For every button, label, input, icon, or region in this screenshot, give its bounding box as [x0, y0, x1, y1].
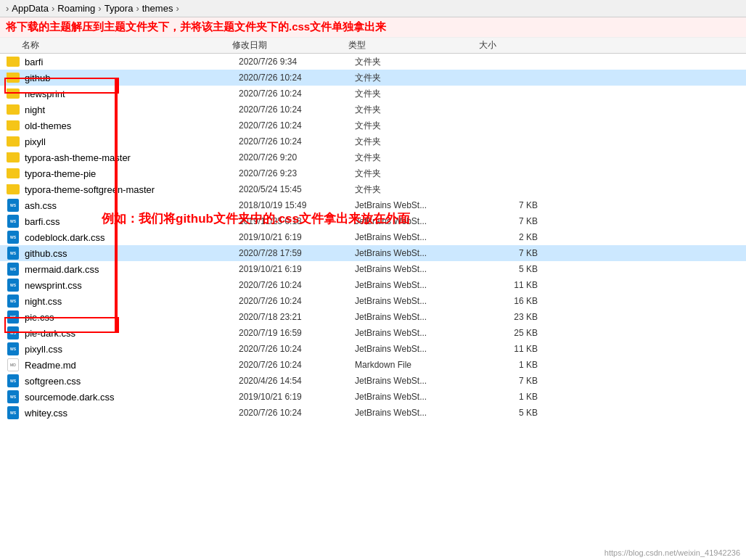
file-list: barfi2020/7/26 9:34文件夹github2020/7/26 10…	[0, 54, 746, 556]
css-file-icon: WS	[6, 374, 20, 387]
file-type: JetBrains WebSt...	[355, 408, 485, 418]
file-date: 2020/7/26 10:24	[239, 360, 355, 370]
file-date: 2020/4/26 14:54	[239, 376, 355, 386]
breadcrumb: › AppData › Roaming › Typora › themes ›	[0, 0, 746, 17]
file-type: 文件夹	[355, 168, 485, 180]
css-file-icon: WS	[6, 295, 20, 308]
list-item[interactable]: WSpie-dark.css2020/7/19 16:59JetBrains W…	[0, 325, 746, 341]
file-name: sourcemode.dark.css	[25, 392, 239, 403]
folder-icon	[6, 55, 20, 68]
file-name: codeblock.dark.css	[25, 232, 239, 243]
file-date: 2020/7/28 17:59	[239, 248, 355, 258]
file-type: 文件夹	[355, 152, 485, 164]
file-size: 23 KB	[485, 312, 544, 322]
file-type: 文件夹	[355, 184, 485, 196]
annotation-top: 将下载的主题解压到主题文件夹下，并将该主题文件夹下的.css文件单独拿出来	[0, 17, 746, 38]
list-item[interactable]: pixyll2020/7/26 10:24文件夹	[0, 133, 746, 149]
file-name: github.css	[25, 248, 239, 259]
list-item[interactable]: WSash.css2018/10/19 15:49JetBrains WebSt…	[0, 197, 746, 213]
md-file-icon: MD	[6, 358, 20, 371]
file-date: 2020/7/26 10:24	[239, 296, 355, 306]
file-name: typora-ash-theme-master	[25, 152, 239, 163]
file-name: typora-theme-pie	[25, 168, 239, 179]
file-size: 7 KB	[485, 216, 544, 226]
list-item[interactable]: night2020/7/26 10:24文件夹	[0, 102, 746, 118]
folder-icon	[6, 103, 20, 116]
list-item[interactable]: barfi2020/7/26 9:34文件夹	[0, 54, 746, 70]
file-type: 文件夹	[355, 88, 485, 100]
css-file-icon: WS	[6, 406, 20, 419]
list-item[interactable]: WSgithub.css2020/7/28 17:59JetBrains Web…	[0, 245, 746, 261]
list-item[interactable]: WSpie.css2020/7/18 23:21JetBrains WebSt.…	[0, 309, 746, 325]
css-file-icon: WS	[6, 342, 20, 355]
file-name: night	[25, 104, 239, 115]
list-item[interactable]: WSwhitey.css2020/7/26 10:24JetBrains Web…	[0, 405, 746, 421]
file-date: 2020/7/26 9:23	[239, 168, 355, 178]
file-date: 2019/10/21 6:19	[239, 392, 355, 402]
file-name: softgreen.css	[25, 376, 239, 387]
file-type: JetBrains WebSt...	[355, 344, 485, 354]
list-item[interactable]: WSsourcemode.dark.css2019/10/21 6:19JetB…	[0, 389, 746, 405]
file-date: 2020/7/26 10:24	[239, 344, 355, 354]
file-size: 5 KB	[485, 408, 544, 418]
css-file-icon: WS	[6, 263, 20, 276]
list-item[interactable]: WSsoftgreen.css2020/4/26 14:54JetBrains …	[0, 373, 746, 389]
file-type: 文件夹	[355, 120, 485, 132]
breadcrumb-roaming[interactable]: Roaming	[57, 3, 95, 14]
file-type: JetBrains WebSt...	[355, 280, 485, 290]
col-header-name: 名称	[0, 39, 232, 52]
file-name: old-themes	[25, 120, 239, 131]
file-type: 文件夹	[355, 72, 485, 84]
file-name: pixyll	[25, 136, 239, 147]
file-date: 2020/7/18 23:21	[239, 312, 355, 322]
file-name: barfi	[25, 57, 239, 67]
file-size: 1 KB	[485, 360, 544, 370]
col-header-date: 修改日期	[232, 39, 348, 52]
file-name: Readme.md	[25, 360, 239, 371]
folder-icon	[6, 87, 20, 100]
file-date: 2020/7/26 10:24	[239, 408, 355, 418]
css-file-icon: WS	[6, 199, 20, 212]
list-item[interactable]: newsprint2020/7/26 10:24文件夹	[0, 86, 746, 102]
breadcrumb-typora[interactable]: Typora	[104, 3, 134, 14]
file-size: 11 KB	[485, 344, 544, 354]
list-item[interactable]: WSbarfi.css2019/11/25 0:18JetBrains WebS…	[0, 213, 746, 229]
file-date: 2020/7/26 10:24	[239, 73, 355, 83]
file-name: ash.css	[25, 200, 239, 211]
file-size: 7 KB	[485, 200, 544, 210]
col-header-size: 大小	[479, 39, 537, 52]
file-size: 16 KB	[485, 296, 544, 306]
css-file-icon: WS	[6, 247, 20, 260]
file-name: mermaid.dark.css	[25, 264, 239, 275]
file-name: night.css	[25, 296, 239, 307]
file-date: 2020/7/26 10:24	[239, 88, 355, 99]
file-name: pie.css	[25, 312, 239, 323]
list-item[interactable]: github2020/7/26 10:24文件夹	[0, 70, 746, 86]
list-item[interactable]: MDReadme.md2020/7/26 10:24Markdown File1…	[0, 357, 746, 373]
list-item[interactable]: WSpixyll.css2020/7/26 10:24JetBrains Web…	[0, 341, 746, 357]
column-headers: 名称 修改日期 类型 大小	[0, 38, 746, 54]
file-name: newsprint	[25, 88, 239, 99]
file-type: JetBrains WebSt...	[355, 264, 485, 274]
file-size: 7 KB	[485, 248, 544, 258]
file-size: 25 KB	[485, 328, 544, 338]
list-item[interactable]: WSnewsprint.css2020/7/26 10:24JetBrains …	[0, 277, 746, 293]
list-item[interactable]: typora-ash-theme-master2020/7/26 9:20文件夹	[0, 149, 746, 165]
folder-icon	[6, 119, 20, 132]
file-size: 2 KB	[485, 232, 544, 242]
breadcrumb-themes[interactable]: themes	[142, 3, 173, 14]
list-item[interactable]: WSmermaid.dark.css2019/10/21 6:19JetBrai…	[0, 261, 746, 277]
list-item[interactable]: old-themes2020/7/26 10:24文件夹	[0, 118, 746, 133]
file-name: whitey.css	[25, 408, 239, 419]
file-date: 2020/7/26 10:24	[239, 104, 355, 115]
list-item[interactable]: WSnight.css2020/7/26 10:24JetBrains WebS…	[0, 293, 746, 309]
folder-icon	[6, 71, 20, 84]
list-item[interactable]: typora-theme-softgreen-master2020/5/24 1…	[0, 181, 746, 197]
file-size: 5 KB	[485, 264, 544, 274]
list-item[interactable]: WScodeblock.dark.css2019/10/21 6:19JetBr…	[0, 229, 746, 245]
file-name: pie-dark.css	[25, 328, 239, 339]
folder-icon	[6, 135, 20, 148]
file-type: JetBrains WebSt...	[355, 392, 485, 402]
breadcrumb-appdata[interactable]: AppData	[12, 3, 49, 14]
list-item[interactable]: typora-theme-pie2020/7/26 9:23文件夹	[0, 165, 746, 181]
